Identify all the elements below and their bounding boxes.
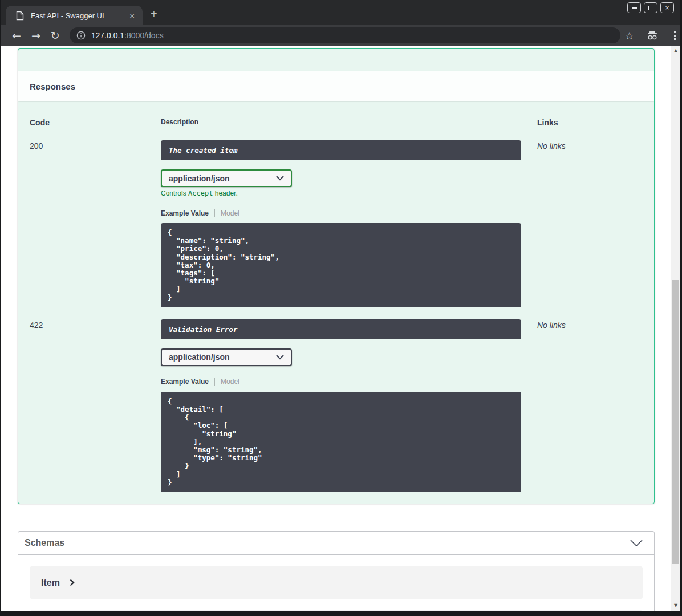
responses-table: Code Description Links 200 The created i… [18, 101, 654, 504]
minimize-button[interactable] [627, 2, 641, 13]
response-links: No links [537, 135, 643, 307]
browser-menu-icon[interactable] [671, 30, 679, 41]
post-operation-block: Responses Code Description Links 200 The… [18, 48, 655, 504]
response-description-cell: Validation Error application/json Exampl… [161, 314, 537, 492]
response-row-422: 422 Validation Error application/json Ex… [30, 314, 643, 492]
maximize-icon [648, 6, 653, 10]
example-model-tabs: Example Value Model [161, 209, 537, 217]
schemas-section: Schemas Item ValidationError [18, 531, 655, 611]
toolbar-right-icons: ☆ [625, 30, 679, 42]
column-header-description: Description [161, 118, 537, 127]
response-description-cell: The created item application/json Contro… [161, 135, 537, 307]
column-header-links: Links [537, 118, 643, 127]
response-description: Validation Error [161, 319, 521, 339]
opblock-top-padding [18, 49, 654, 71]
page-scrollbar[interactable]: ▲ ▼ [671, 46, 680, 611]
tab-divider [214, 209, 215, 217]
responses-section-header: Responses [18, 71, 654, 101]
accept-header-note: Controls Accept header. [161, 189, 537, 197]
tab-model[interactable]: Model [221, 209, 239, 217]
tab-example-value[interactable]: Example Value [161, 378, 209, 386]
tab-divider [214, 378, 215, 386]
example-json-200: { "name": "string", "price": 0, "descrip… [161, 223, 521, 307]
url-bar[interactable]: 127.0.0.1:8000/docs [70, 27, 620, 43]
responses-table-header: Code Description Links [30, 118, 643, 135]
reload-icon[interactable]: ↻ [51, 30, 60, 41]
scrollbar-thumb[interactable] [672, 280, 679, 564]
chevron-down-icon[interactable] [630, 540, 643, 546]
maximize-button[interactable] [644, 2, 657, 13]
tab-title: Fast API - Swagger UI [31, 11, 127, 20]
browser-titlebar: Fast API - Swagger UI × + × [1, 0, 680, 25]
model-name: Item [41, 578, 60, 588]
scroll-up-icon[interactable]: ▲ [671, 48, 680, 53]
model-item[interactable]: Item [30, 566, 643, 599]
info-icon[interactable] [76, 31, 86, 40]
back-icon[interactable]: ← [12, 30, 21, 41]
window-controls: × [627, 2, 674, 13]
swagger-page: Responses Code Description Links 200 The… [1, 46, 680, 611]
media-type-value: application/json [169, 352, 230, 362]
window-close-button[interactable]: × [660, 2, 674, 13]
schemas-title: Schemas [25, 538, 64, 548]
response-description: The created item [161, 140, 521, 160]
response-code: 200 [30, 135, 161, 307]
incognito-icon [646, 30, 659, 40]
chevron-down-icon [276, 355, 284, 360]
schemas-models: Item ValidationError [18, 555, 654, 611]
browser-tab[interactable]: Fast API - Swagger UI × [6, 6, 143, 25]
scroll-down-icon[interactable]: ▼ [671, 603, 680, 608]
chevron-right-icon [70, 579, 75, 586]
chevron-down-icon [276, 176, 284, 181]
responses-title: Responses [30, 82, 75, 91]
document-icon [16, 11, 24, 21]
schemas-header[interactable]: Schemas [18, 532, 654, 555]
minimize-icon [632, 7, 637, 9]
example-model-tabs: Example Value Model [161, 378, 537, 386]
column-header-code: Code [30, 118, 161, 127]
bookmark-star-icon[interactable]: ☆ [625, 30, 634, 42]
media-type-select[interactable]: application/json [161, 348, 292, 366]
tab-example-value[interactable]: Example Value [161, 209, 209, 217]
model-validationerror[interactable]: ValidationError [30, 610, 643, 611]
response-links: No links [537, 314, 643, 492]
example-json-422: { "detail": [ { "loc": [ "string" ], "ms… [161, 392, 521, 492]
tab-model[interactable]: Model [221, 378, 239, 386]
response-code: 422 [30, 314, 161, 492]
forward-icon[interactable]: → [31, 30, 40, 41]
tab-close-icon[interactable]: × [127, 11, 137, 21]
browser-window: Fast API - Swagger UI × + × ← → ↻ 127.0.… [0, 0, 682, 616]
new-tab-icon[interactable]: + [151, 8, 157, 19]
response-row-200: 200 The created item application/json Co… [30, 135, 643, 314]
media-type-select[interactable]: application/json [161, 169, 292, 187]
url-host: 127.0.0.1 [91, 31, 124, 40]
media-type-value: application/json [169, 174, 230, 183]
browser-toolbar: ← → ↻ 127.0.0.1:8000/docs ☆ [1, 25, 680, 46]
url-path: :8000/docs [124, 31, 164, 40]
